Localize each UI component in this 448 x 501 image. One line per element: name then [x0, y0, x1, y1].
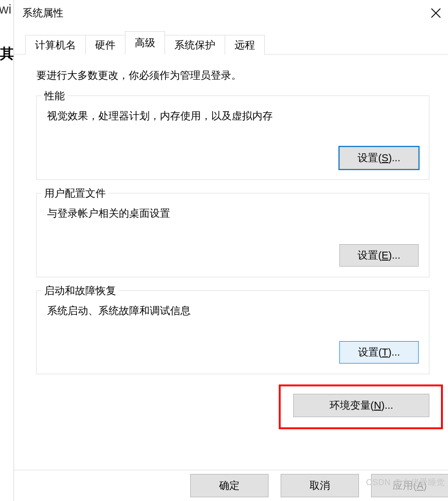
group-title: 性能 — [41, 89, 68, 103]
cancel-button[interactable]: 取消 — [281, 474, 359, 497]
group-startup-recovery: 启动和故障恢复 系统启动、系统故障和调试信息 设置(T)... — [36, 290, 429, 375]
button-hotkey: S — [381, 152, 388, 164]
titlebar: 系统属性 — [14, 0, 448, 26]
group-desc: 系统启动、系统故障和调试信息 — [47, 304, 419, 318]
background-text: 其 — [0, 44, 14, 63]
tab-system-protection[interactable]: 系统保护 — [165, 35, 225, 55]
button-label-pre: 设置( — [358, 345, 382, 359]
ok-button[interactable]: 确定 — [190, 474, 269, 497]
close-icon — [431, 8, 441, 18]
close-button[interactable] — [426, 3, 446, 23]
performance-settings-button[interactable]: 设置(S)... — [339, 147, 419, 169]
apply-button[interactable]: 应用(A) — [371, 474, 448, 497]
admin-note: 要进行大多数更改，你必须作为管理员登录。 — [36, 69, 429, 82]
tab-label: 高级 — [135, 36, 155, 50]
button-label-post: )... — [388, 249, 400, 261]
environment-variables-button[interactable]: 环境变量(N)... — [293, 394, 429, 417]
background-text: wi — [0, 2, 11, 17]
tab-label: 计算机名 — [35, 38, 76, 52]
button-label-post: ) — [423, 480, 427, 492]
group-title: 启动和故障恢复 — [41, 284, 119, 298]
tab-hardware[interactable]: 硬件 — [85, 35, 125, 55]
button-label-pre: 设置( — [358, 248, 381, 262]
group-user-profiles: 用户配置文件 与登录帐户相关的桌面设置 设置(E)... — [36, 193, 429, 277]
user-profiles-settings-button[interactable]: 设置(E)... — [339, 244, 419, 267]
tab-label: 硬件 — [95, 38, 116, 52]
group-desc: 与登录帐户相关的桌面设置 — [47, 206, 419, 221]
button-label-post: )... — [388, 346, 400, 358]
dialog-footer: 确定 取消 应用(A) — [14, 470, 448, 501]
button-hotkey: T — [382, 346, 388, 358]
button-hotkey: N — [374, 399, 381, 412]
env-row: 环境变量(N)... — [36, 394, 429, 417]
startup-recovery-settings-button[interactable]: 设置(T)... — [339, 341, 419, 364]
tab-body-advanced: 要进行大多数更改，你必须作为管理员登录。 性能 视觉效果，处理器计划，内存使用，… — [14, 55, 448, 417]
tab-label: 远程 — [234, 38, 255, 52]
group-desc: 视觉效果，处理器计划，内存使用，以及虚拟内存 — [47, 109, 419, 124]
group-title: 用户配置文件 — [41, 186, 109, 200]
button-label: 取消 — [310, 479, 330, 493]
button-label-post: )... — [388, 152, 400, 164]
dialog-title: 系统属性 — [22, 6, 63, 20]
button-label-pre: 设置( — [358, 151, 381, 165]
tab-label: 系统保护 — [174, 38, 215, 52]
button-label-pre: 应用( — [393, 479, 416, 493]
button-hotkey: A — [417, 480, 424, 492]
system-properties-dialog: 系统属性 计算机名 硬件 高级 系统保护 远程 要进行大多数更改，你必须作为管理… — [14, 0, 448, 501]
group-performance: 性能 视觉效果，处理器计划，内存使用，以及虚拟内存 设置(S)... — [36, 96, 429, 180]
tab-remote[interactable]: 远程 — [225, 35, 265, 55]
tab-computer-name[interactable]: 计算机名 — [25, 35, 86, 55]
tabstrip: 计算机名 硬件 高级 系统保护 远程 — [14, 28, 448, 55]
button-hotkey: E — [381, 249, 388, 261]
button-label-post: )... — [381, 399, 393, 412]
tab-advanced[interactable]: 高级 — [125, 31, 165, 55]
button-label-pre: 环境变量( — [330, 398, 374, 412]
button-label: 确定 — [219, 479, 240, 493]
